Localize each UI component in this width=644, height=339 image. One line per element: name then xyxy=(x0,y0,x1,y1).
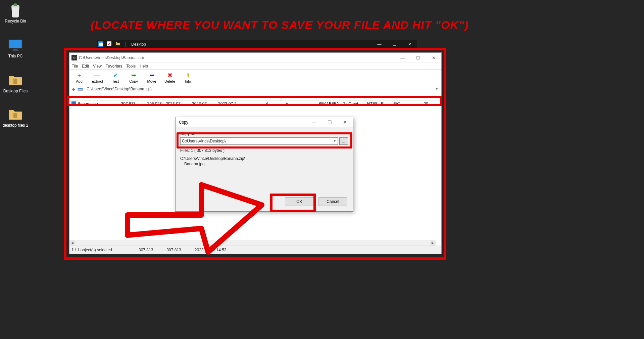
this-pc-label: This PC xyxy=(2,54,29,58)
monitor-icon xyxy=(8,38,23,52)
svg-rect-6 xyxy=(13,113,17,118)
background-explorer-titlebar: Desktop — ☐ ✕ xyxy=(97,40,417,48)
annotation-dest-outline xyxy=(177,132,352,149)
minimize-button[interactable]: — xyxy=(372,40,387,48)
explorer-title: Desktop xyxy=(131,42,146,47)
desktop-files-label: Desktop Files xyxy=(2,89,29,93)
svg-rect-9 xyxy=(99,42,103,43)
desktop-files-2-folder-icon[interactable]: desktop files 2 xyxy=(2,107,29,128)
annotation-text: (LOCATE WHERE YOU WANT TO SAVE YOUR FILE… xyxy=(91,18,468,32)
annotation-ok-outline xyxy=(270,194,316,212)
desktop-files-folder-icon[interactable]: Desktop Files xyxy=(2,73,29,93)
header-obscured-strip xyxy=(69,91,441,96)
this-pc-icon[interactable]: This PC xyxy=(2,38,29,58)
folder-icon xyxy=(8,107,23,122)
folder-small-icon xyxy=(115,41,121,47)
maximize-button[interactable]: ☐ xyxy=(387,40,402,48)
svg-rect-5 xyxy=(13,79,17,84)
checkbox-icon xyxy=(107,41,113,47)
svg-rect-2 xyxy=(9,40,21,48)
folder-icon xyxy=(8,73,23,87)
desktop-files-2-label: desktop files 2 xyxy=(2,123,29,128)
annotation-filerow-outline xyxy=(67,96,442,106)
explorer-app-icon xyxy=(98,41,104,47)
svg-rect-10 xyxy=(107,41,111,46)
separator xyxy=(126,42,126,47)
recycle-bin-icon[interactable]: Recycle Bin xyxy=(2,3,29,24)
svg-rect-3 xyxy=(13,49,17,50)
close-button[interactable]: ✕ xyxy=(402,40,417,48)
recycle-bin-label: Recycle Bin xyxy=(2,19,29,24)
svg-rect-4 xyxy=(12,50,19,51)
trash-icon xyxy=(8,3,23,17)
annotation-arrow-icon xyxy=(121,175,272,269)
